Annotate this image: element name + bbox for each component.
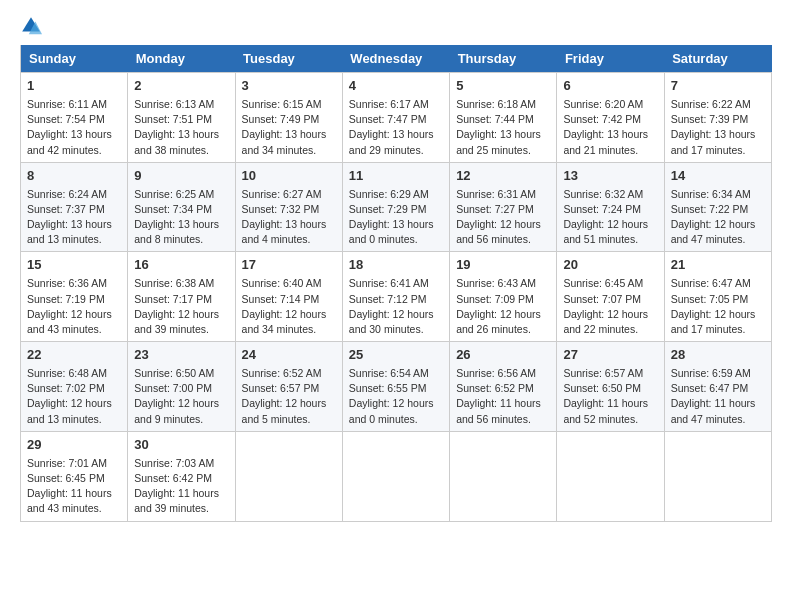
calendar-cell: 8Sunrise: 6:24 AMSunset: 7:37 PMDaylight… [21, 162, 128, 252]
daylight-label: Daylight: 12 hours and 47 minutes. [671, 218, 756, 245]
sunset-label: Sunset: 7:42 PM [563, 113, 641, 125]
sunrise-label: Sunrise: 6:48 AM [27, 367, 107, 379]
day-number: 27 [563, 346, 657, 365]
calendar-cell: 19Sunrise: 6:43 AMSunset: 7:09 PMDayligh… [450, 252, 557, 342]
sunset-label: Sunset: 7:51 PM [134, 113, 212, 125]
sunset-label: Sunset: 7:27 PM [456, 203, 534, 215]
day-header-friday: Friday [557, 45, 664, 73]
sunset-label: Sunset: 7:17 PM [134, 293, 212, 305]
sunrise-label: Sunrise: 6:54 AM [349, 367, 429, 379]
day-number: 10 [242, 167, 336, 186]
calendar-cell: 21Sunrise: 6:47 AMSunset: 7:05 PMDayligh… [664, 252, 771, 342]
daylight-label: Daylight: 12 hours and 9 minutes. [134, 397, 219, 424]
sunset-label: Sunset: 7:12 PM [349, 293, 427, 305]
day-number: 5 [456, 77, 550, 96]
sunrise-label: Sunrise: 6:47 AM [671, 277, 751, 289]
daylight-label: Daylight: 12 hours and 17 minutes. [671, 308, 756, 335]
calendar-cell: 3Sunrise: 6:15 AMSunset: 7:49 PMDaylight… [235, 73, 342, 163]
sunrise-label: Sunrise: 7:03 AM [134, 457, 214, 469]
calendar-week-row: 1Sunrise: 6:11 AMSunset: 7:54 PMDaylight… [21, 73, 772, 163]
sunset-label: Sunset: 7:39 PM [671, 113, 749, 125]
daylight-label: Daylight: 13 hours and 8 minutes. [134, 218, 219, 245]
calendar-table: SundayMondayTuesdayWednesdayThursdayFrid… [20, 45, 772, 522]
day-number: 12 [456, 167, 550, 186]
day-header-wednesday: Wednesday [342, 45, 449, 73]
sunrise-label: Sunrise: 6:41 AM [349, 277, 429, 289]
day-header-tuesday: Tuesday [235, 45, 342, 73]
daylight-label: Daylight: 12 hours and 0 minutes. [349, 397, 434, 424]
calendar-cell: 7Sunrise: 6:22 AMSunset: 7:39 PMDaylight… [664, 73, 771, 163]
calendar-cell: 14Sunrise: 6:34 AMSunset: 7:22 PMDayligh… [664, 162, 771, 252]
calendar-cell: 20Sunrise: 6:45 AMSunset: 7:07 PMDayligh… [557, 252, 664, 342]
sunset-label: Sunset: 7:19 PM [27, 293, 105, 305]
calendar-header-row: SundayMondayTuesdayWednesdayThursdayFrid… [21, 45, 772, 73]
sunset-label: Sunset: 7:14 PM [242, 293, 320, 305]
sunrise-label: Sunrise: 6:27 AM [242, 188, 322, 200]
header [20, 15, 772, 37]
daylight-label: Daylight: 12 hours and 30 minutes. [349, 308, 434, 335]
sunrise-label: Sunrise: 6:22 AM [671, 98, 751, 110]
calendar-cell [664, 431, 771, 521]
calendar-cell [557, 431, 664, 521]
sunset-label: Sunset: 6:57 PM [242, 382, 320, 394]
sunrise-label: Sunrise: 6:31 AM [456, 188, 536, 200]
daylight-label: Daylight: 11 hours and 47 minutes. [671, 397, 756, 424]
daylight-label: Daylight: 13 hours and 4 minutes. [242, 218, 327, 245]
sunrise-label: Sunrise: 7:01 AM [27, 457, 107, 469]
day-number: 18 [349, 256, 443, 275]
daylight-label: Daylight: 11 hours and 39 minutes. [134, 487, 219, 514]
calendar-cell: 16Sunrise: 6:38 AMSunset: 7:17 PMDayligh… [128, 252, 235, 342]
sunrise-label: Sunrise: 6:52 AM [242, 367, 322, 379]
sunset-label: Sunset: 7:34 PM [134, 203, 212, 215]
calendar-cell: 13Sunrise: 6:32 AMSunset: 7:24 PMDayligh… [557, 162, 664, 252]
calendar-cell: 23Sunrise: 6:50 AMSunset: 7:00 PMDayligh… [128, 342, 235, 432]
daylight-label: Daylight: 13 hours and 13 minutes. [27, 218, 112, 245]
day-number: 2 [134, 77, 228, 96]
day-number: 8 [27, 167, 121, 186]
daylight-label: Daylight: 12 hours and 5 minutes. [242, 397, 327, 424]
day-number: 17 [242, 256, 336, 275]
sunrise-label: Sunrise: 6:24 AM [27, 188, 107, 200]
sunrise-label: Sunrise: 6:50 AM [134, 367, 214, 379]
day-number: 19 [456, 256, 550, 275]
day-number: 16 [134, 256, 228, 275]
calendar-cell: 18Sunrise: 6:41 AMSunset: 7:12 PMDayligh… [342, 252, 449, 342]
sunset-label: Sunset: 7:29 PM [349, 203, 427, 215]
daylight-label: Daylight: 12 hours and 13 minutes. [27, 397, 112, 424]
calendar-cell: 2Sunrise: 6:13 AMSunset: 7:51 PMDaylight… [128, 73, 235, 163]
daylight-label: Daylight: 13 hours and 0 minutes. [349, 218, 434, 245]
daylight-label: Daylight: 11 hours and 43 minutes. [27, 487, 112, 514]
sunset-label: Sunset: 7:05 PM [671, 293, 749, 305]
sunset-label: Sunset: 7:49 PM [242, 113, 320, 125]
day-number: 4 [349, 77, 443, 96]
calendar-cell: 5Sunrise: 6:18 AMSunset: 7:44 PMDaylight… [450, 73, 557, 163]
calendar-week-row: 15Sunrise: 6:36 AMSunset: 7:19 PMDayligh… [21, 252, 772, 342]
sunset-label: Sunset: 7:44 PM [456, 113, 534, 125]
daylight-label: Daylight: 13 hours and 21 minutes. [563, 128, 648, 155]
daylight-label: Daylight: 13 hours and 29 minutes. [349, 128, 434, 155]
calendar-week-row: 8Sunrise: 6:24 AMSunset: 7:37 PMDaylight… [21, 162, 772, 252]
day-number: 26 [456, 346, 550, 365]
day-number: 6 [563, 77, 657, 96]
day-number: 7 [671, 77, 765, 96]
day-number: 22 [27, 346, 121, 365]
daylight-label: Daylight: 11 hours and 52 minutes. [563, 397, 648, 424]
sunset-label: Sunset: 7:24 PM [563, 203, 641, 215]
calendar-cell: 26Sunrise: 6:56 AMSunset: 6:52 PMDayligh… [450, 342, 557, 432]
daylight-label: Daylight: 12 hours and 43 minutes. [27, 308, 112, 335]
sunrise-label: Sunrise: 6:59 AM [671, 367, 751, 379]
calendar-cell: 27Sunrise: 6:57 AMSunset: 6:50 PMDayligh… [557, 342, 664, 432]
daylight-label: Daylight: 13 hours and 42 minutes. [27, 128, 112, 155]
daylight-label: Daylight: 11 hours and 56 minutes. [456, 397, 541, 424]
daylight-label: Daylight: 12 hours and 56 minutes. [456, 218, 541, 245]
day-header-thursday: Thursday [450, 45, 557, 73]
sunset-label: Sunset: 6:52 PM [456, 382, 534, 394]
daylight-label: Daylight: 12 hours and 34 minutes. [242, 308, 327, 335]
sunset-label: Sunset: 6:42 PM [134, 472, 212, 484]
calendar-cell: 30Sunrise: 7:03 AMSunset: 6:42 PMDayligh… [128, 431, 235, 521]
daylight-label: Daylight: 12 hours and 26 minutes. [456, 308, 541, 335]
day-number: 3 [242, 77, 336, 96]
day-number: 14 [671, 167, 765, 186]
sunset-label: Sunset: 7:22 PM [671, 203, 749, 215]
sunset-label: Sunset: 6:45 PM [27, 472, 105, 484]
